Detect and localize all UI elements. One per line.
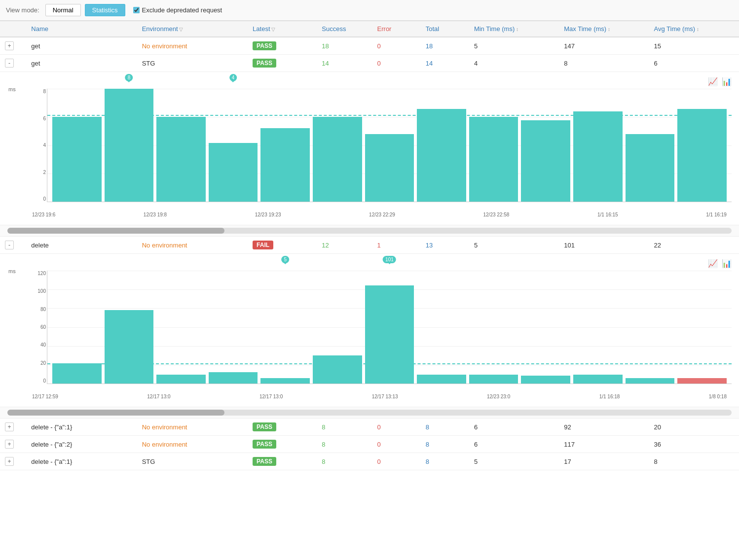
- y-axis-label: 6: [43, 116, 46, 121]
- chart-row: 📈 📊 ms 120100806040200 22.: [0, 254, 739, 419]
- x-axis: 12/17 12:5912/17 13:012/17 13:012/17 13:…: [27, 394, 732, 399]
- row-name: delete - {"a":1}: [31, 423, 72, 431]
- x-axis-label: 1/1 16:19: [706, 212, 727, 217]
- y-axis-label: 8: [43, 89, 46, 94]
- th-min-time[interactable]: Min Time (ms): [469, 21, 559, 37]
- x-axis-label: 1/1 16:15: [597, 212, 618, 217]
- expand-button[interactable]: +: [5, 440, 14, 449]
- bar[interactable]: [209, 372, 258, 384]
- y-axis-label: 2: [43, 170, 46, 175]
- bar[interactable]: [573, 111, 623, 202]
- expand-button[interactable]: +: [5, 422, 14, 431]
- exclude-checkbox[interactable]: [133, 7, 140, 13]
- bar-group: [521, 89, 570, 202]
- row-min: 6: [474, 441, 478, 448]
- exclude-label[interactable]: Exclude depredated request: [133, 6, 222, 14]
- bar-group: [573, 89, 623, 202]
- chart-scrollbar[interactable]: [7, 228, 732, 234]
- scrollbar-thumb[interactable]: [7, 228, 224, 234]
- error-cell: 0: [372, 453, 421, 470]
- bar-group: 4: [209, 89, 258, 202]
- bar[interactable]: [365, 134, 414, 202]
- bar-chart-icon[interactable]: 📊: [722, 77, 732, 86]
- bar-group: [52, 271, 102, 384]
- th-environment[interactable]: Environment: [137, 21, 248, 37]
- name-cell: delete - {"a":1}: [26, 419, 137, 436]
- table-row: - get STG PASS 14 0 14 4 8 6: [0, 55, 739, 72]
- statistics-tab[interactable]: Statistics: [85, 4, 125, 16]
- th-error: Error: [372, 21, 421, 37]
- min-cell: 4: [469, 55, 559, 72]
- scrollbar-thumb[interactable]: [7, 410, 224, 416]
- name-cell: get: [26, 37, 137, 55]
- row-success: 8: [322, 423, 325, 431]
- th-max-time[interactable]: Max Time (ms): [559, 21, 649, 37]
- bar[interactable]: [209, 143, 258, 202]
- row-avg: 20: [654, 423, 661, 431]
- table-row: + delete - {"a":2} No environment PASS 8…: [0, 436, 739, 453]
- row-max: 101: [564, 242, 575, 249]
- expand-cell: +: [0, 453, 26, 470]
- row-avg: 22: [654, 242, 661, 249]
- success-cell: 14: [317, 55, 372, 72]
- bar[interactable]: [521, 120, 570, 202]
- total-cell: 13: [421, 237, 469, 254]
- bar[interactable]: [260, 378, 310, 384]
- row-min: 5: [474, 42, 478, 50]
- bar[interactable]: [469, 375, 518, 384]
- expand-button[interactable]: -: [5, 241, 14, 249]
- env-cell: No environment: [137, 436, 248, 453]
- bar-pin: 5: [281, 256, 289, 263]
- bar[interactable]: [417, 109, 466, 202]
- bar[interactable]: [521, 376, 570, 384]
- latest-cell: PASS: [248, 419, 317, 436]
- bar[interactable]: [677, 109, 727, 202]
- row-success: 8: [322, 441, 325, 448]
- bar-group: [626, 89, 675, 202]
- bar[interactable]: [417, 375, 466, 384]
- row-total: 18: [426, 42, 433, 50]
- bar[interactable]: [313, 355, 362, 384]
- expand-button[interactable]: -: [5, 59, 14, 68]
- bar[interactable]: [156, 117, 206, 202]
- bar[interactable]: [52, 117, 102, 202]
- bar[interactable]: [573, 375, 623, 384]
- line-chart-icon[interactable]: 📈: [708, 77, 718, 86]
- bar[interactable]: [365, 285, 414, 384]
- bar[interactable]: [469, 117, 518, 202]
- th-name: Name: [26, 21, 137, 37]
- expand-cell: +: [0, 37, 26, 55]
- bar[interactable]: [626, 134, 675, 202]
- line-chart-icon[interactable]: 📈: [708, 259, 718, 268]
- row-environment: No environment: [142, 441, 187, 448]
- bar[interactable]: [677, 378, 727, 384]
- bar[interactable]: [156, 375, 206, 384]
- expand-button[interactable]: +: [5, 41, 14, 50]
- bar-group: [469, 89, 518, 202]
- latest-badge: PASS: [253, 440, 276, 449]
- th-latest[interactable]: Latest: [248, 21, 317, 37]
- row-max: 147: [564, 42, 575, 50]
- row-error: 0: [377, 42, 381, 50]
- latest-cell: PASS: [248, 436, 317, 453]
- total-cell: 18: [421, 37, 469, 55]
- y-axis-label: 4: [43, 142, 46, 148]
- expand-button[interactable]: +: [5, 457, 14, 466]
- normal-tab[interactable]: Normal: [45, 4, 81, 16]
- bar[interactable]: [105, 310, 154, 384]
- bar[interactable]: [52, 363, 102, 384]
- bar[interactable]: [313, 117, 362, 202]
- chart-area: 120100806040200 22. 5: [47, 271, 732, 384]
- bar-chart-icon[interactable]: 📊: [722, 259, 732, 268]
- chart-scrollbar[interactable]: [7, 410, 732, 416]
- bar[interactable]: [260, 128, 310, 202]
- row-name: delete - {"a":1}: [31, 458, 72, 465]
- row-environment: STG: [142, 458, 155, 465]
- x-axis-label: 12/17 12:59: [32, 394, 58, 399]
- success-cell: 8: [317, 436, 372, 453]
- y-axis-label: 80: [40, 307, 46, 312]
- row-max: 8: [564, 60, 567, 67]
- th-avg-time[interactable]: Avg Time (ms): [649, 21, 739, 37]
- bar[interactable]: [105, 89, 154, 202]
- bar[interactable]: [626, 378, 675, 384]
